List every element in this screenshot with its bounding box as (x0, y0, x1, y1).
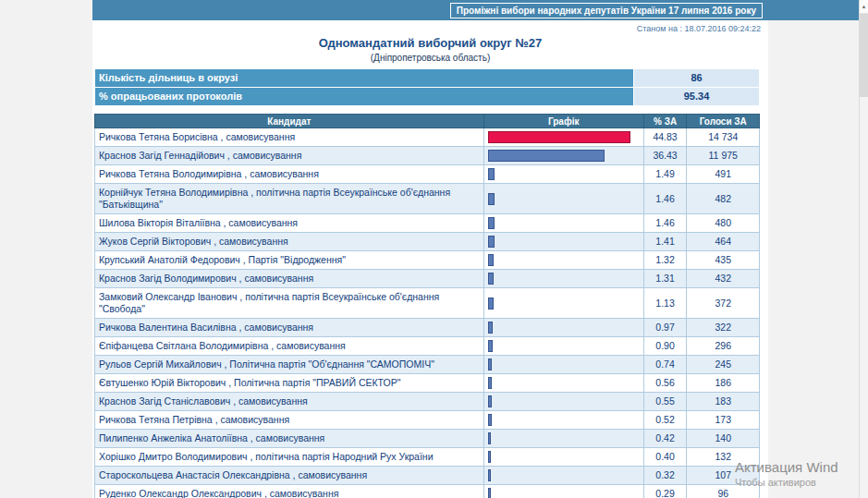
candidate-name: Староскольцева Анастасія Олександрівна ,… (95, 467, 484, 485)
as-of-timestamp: Станом на : 18.07.2016 09:24:22 (92, 20, 768, 34)
candidate-name: Ричкова Тетяна Володимирівна , самовисув… (95, 165, 484, 184)
vote-bar-cell (483, 233, 643, 251)
vote-bar-cell (483, 411, 643, 430)
candidate-name: Ричкова Тетяна Петрівна , самовисування (95, 411, 484, 430)
vote-bar (488, 298, 494, 310)
percent-value: 1.41 (643, 233, 687, 251)
percent-value: 0.40 (643, 448, 687, 467)
vote-bar (488, 254, 495, 266)
candidate-name: Жуков Сергій Вікторович , самовисування (95, 233, 484, 251)
summary-row: % опрацьованих протоколів95.34 (95, 88, 760, 106)
candidate-row: Хорішко Дмитро Володимирович , політична… (95, 448, 760, 467)
candidate-name: Ричкова Валентина Василівна , самовисува… (95, 319, 484, 337)
summary-label: Кількість дільниць в окрузі (95, 69, 634, 88)
page-title: Одномандатний виборчий округ №27 (92, 34, 768, 50)
votes-value: 186 (687, 374, 760, 393)
vote-bar-cell (483, 184, 643, 214)
column-header: Голоси ЗА (687, 115, 760, 128)
top-banner-bar: Проміжні вибори народних депутатів Украї… (92, 0, 860, 20)
votes-value: 432 (687, 270, 760, 288)
votes-value: 173 (687, 411, 760, 430)
candidate-row: Пилипенко Анжеліка Анатоліївна , самовис… (95, 430, 760, 448)
candidate-row: Ричкова Тетяна Володимирівна , самовисув… (95, 165, 760, 184)
scrollbar-up-arrow-icon[interactable]: ▲ (860, 0, 868, 14)
candidate-name: Замковий Олександр Іванович , політична … (95, 288, 484, 319)
percent-value: 0.97 (643, 319, 687, 337)
candidate-row: Ричкова Тетяна Борисівна , самовисування… (95, 128, 760, 147)
vote-bar (488, 236, 495, 248)
votes-value: 480 (687, 214, 760, 233)
percent-value: 1.13 (643, 288, 687, 319)
candidate-row: Євтушенко Юрій Вікторович , Політична па… (95, 374, 760, 393)
district-summary-table: Кількість дільниць в окрузі86% опрацьова… (94, 68, 760, 106)
votes-value: 245 (687, 356, 760, 374)
candidate-row: Замковий Олександр Іванович , політична … (95, 288, 760, 319)
candidate-name: Хорішко Дмитро Володимирович , політична… (95, 448, 484, 467)
percent-value: 0.74 (643, 356, 687, 374)
vote-bar-cell (483, 214, 643, 233)
votes-value: 491 (687, 165, 760, 184)
watermark-line1: Активация Wind (735, 459, 838, 475)
vote-bar-cell (483, 356, 643, 374)
vote-bar-cell (483, 147, 643, 165)
candidate-name: Євтушенко Юрій Вікторович , Політична па… (95, 374, 484, 393)
page: { "header": { "banner": "Проміжні вибори… (0, 0, 868, 498)
vote-bar-cell (483, 251, 643, 270)
vote-bar-cell (483, 430, 643, 448)
votes-value: 296 (687, 337, 760, 356)
candidate-name: Рульов Сергій Михайлович , Політична пар… (95, 356, 484, 374)
percent-value: 44.83 (643, 128, 687, 147)
candidate-row: Староскольцева Анастасія Олександрівна ,… (95, 467, 760, 485)
vote-bar (488, 432, 491, 444)
votes-value: 140 (687, 430, 760, 448)
vote-bar-cell (483, 467, 643, 485)
summary-value: 86 (634, 69, 760, 88)
votes-value: 14 734 (687, 128, 760, 147)
vote-bar (488, 451, 491, 463)
content-area: Станом на : 18.07.2016 09:24:22 Одноманд… (92, 20, 768, 498)
percent-value: 36.43 (643, 147, 687, 165)
results-header-row: КандидатГрафік% ЗАГолоси ЗА (95, 115, 760, 128)
candidate-name: Єпіфанцева Світлана Володимирівна , само… (95, 337, 484, 356)
windows-activation-watermark: Активация Wind Чтобы активиров (735, 459, 838, 488)
summary-row: Кількість дільниць в окрузі86 (95, 69, 760, 88)
votes-value: 11 975 (687, 147, 760, 165)
vertical-scrollbar[interactable]: ▲ (859, 0, 868, 498)
percent-value: 0.52 (643, 411, 687, 430)
percent-value: 0.90 (643, 337, 687, 356)
vote-bar (488, 217, 495, 229)
column-header: Графік (483, 115, 643, 128)
candidate-row: Краснов Загід Геннадійович , самовисуван… (95, 147, 760, 165)
percent-value: 1.32 (643, 251, 687, 270)
votes-value: 435 (687, 251, 760, 270)
vote-bar (488, 131, 630, 143)
vote-bar-cell (483, 128, 643, 147)
percent-value: 0.42 (643, 430, 687, 448)
election-banner-label: Проміжні вибори народних депутатів Украї… (450, 3, 763, 18)
percent-value: 1.49 (643, 165, 687, 184)
vote-bar (488, 395, 492, 407)
column-header: % ЗА (643, 115, 687, 128)
votes-value: 482 (687, 184, 760, 214)
vote-bar (488, 150, 605, 162)
vote-bar-cell (483, 288, 643, 319)
percent-value: 0.29 (643, 485, 687, 498)
candidate-row: Ричкова Валентина Василівна , самовисува… (95, 319, 760, 337)
candidate-row: Краснов Загід Станіславович , самовисува… (95, 393, 760, 411)
vote-bar-cell (483, 165, 643, 184)
vote-bar (488, 358, 493, 370)
vote-bar (488, 469, 491, 481)
votes-value: 322 (687, 319, 760, 337)
candidate-row: Шилова Вікторія Віталіївна , самовисуван… (95, 214, 760, 233)
vote-bar-cell (483, 337, 643, 356)
votes-value: 372 (687, 288, 760, 319)
column-header: Кандидат (95, 115, 484, 128)
vote-bar-cell (483, 270, 643, 288)
candidate-row: Краснов Загід Володимирович , самовисува… (95, 270, 760, 288)
candidate-row: Єпіфанцева Світлана Володимирівна , само… (95, 337, 760, 356)
vote-bar (488, 414, 492, 426)
vote-bar-cell (483, 319, 643, 337)
vote-bar-cell (483, 485, 643, 498)
candidate-row: Крупський Анатолій Федорович , Партія "В… (95, 251, 760, 270)
scrollbar-thumb[interactable] (860, 14, 868, 97)
